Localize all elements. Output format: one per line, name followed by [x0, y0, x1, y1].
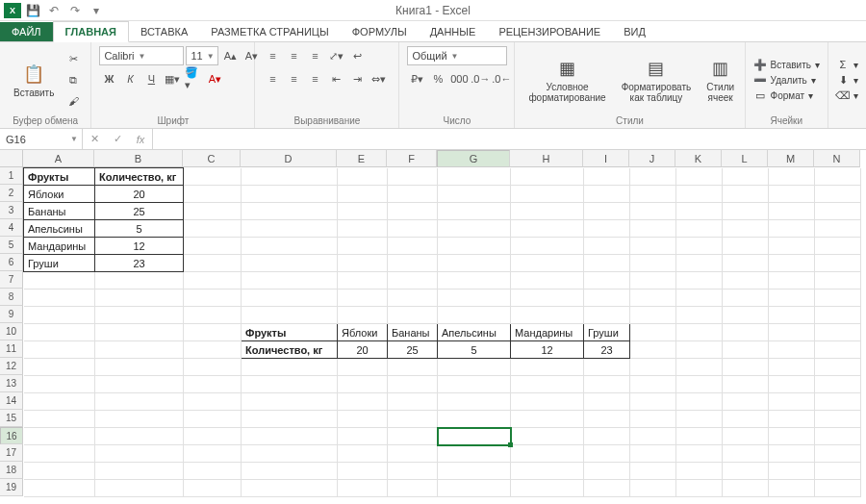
row-header-18[interactable]: 18 [0, 462, 23, 479]
column-header-C[interactable]: C [183, 150, 241, 167]
tab-formulas[interactable]: ФОРМУЛЫ [341, 22, 419, 41]
cell-G18[interactable] [438, 463, 511, 480]
cell-N16[interactable] [815, 428, 861, 445]
cell-J14[interactable] [630, 393, 676, 411]
cell-B7[interactable] [95, 272, 184, 290]
cell-B5[interactable]: 12 [95, 238, 184, 255]
cell-D4[interactable] [242, 220, 338, 238]
cell-L3[interactable] [723, 203, 769, 220]
cell-H12[interactable] [511, 359, 584, 376]
cell-G14[interactable] [438, 393, 511, 411]
cell-H16[interactable] [511, 428, 584, 445]
cell-I5[interactable] [584, 238, 630, 255]
cell-J1[interactable] [630, 168, 676, 186]
cell-B16[interactable] [95, 428, 184, 445]
wrap-text-button[interactable]: ↩ [347, 46, 367, 65]
cell-N11[interactable] [815, 341, 861, 359]
row-header-13[interactable]: 13 [0, 375, 23, 392]
cell-I19[interactable] [584, 480, 630, 497]
cell-B1[interactable]: Количество, кг [95, 168, 184, 186]
cell-A8[interactable] [24, 290, 95, 307]
clear-button[interactable]: ⌫▾ [836, 88, 858, 102]
cell-I6[interactable] [584, 255, 630, 272]
bold-button[interactable]: Ж [99, 69, 118, 88]
cell-M6[interactable] [769, 255, 815, 272]
cell-B13[interactable] [95, 376, 184, 393]
cell-D10[interactable]: Фрукты [242, 324, 338, 341]
row-header-14[interactable]: 14 [0, 392, 23, 410]
cell-J10[interactable] [630, 324, 676, 341]
cell-F4[interactable] [388, 220, 438, 238]
cell-N3[interactable] [815, 203, 861, 220]
cell-K17[interactable] [676, 445, 723, 463]
autosum-button[interactable]: Σ▾ [836, 58, 858, 71]
cell-F18[interactable] [388, 463, 438, 480]
cell-L4[interactable] [723, 220, 769, 238]
row-header-17[interactable]: 17 [0, 444, 23, 462]
cell-I10[interactable]: Груши [584, 324, 630, 341]
cell-E17[interactable] [338, 445, 388, 463]
cell-I7[interactable] [584, 272, 630, 290]
row-header-15[interactable]: 15 [0, 410, 23, 427]
number-format-select[interactable]: Общий▼ [407, 46, 507, 65]
cell-J18[interactable] [630, 463, 676, 480]
cell-I13[interactable] [584, 376, 630, 393]
decrease-decimal-button[interactable]: .0← [492, 69, 511, 88]
copy-button[interactable]: ⧉ [64, 70, 83, 89]
cell-K19[interactable] [676, 480, 723, 497]
cell-G6[interactable] [438, 255, 511, 272]
cell-H15[interactable] [511, 411, 584, 428]
cell-C7[interactable] [184, 272, 242, 290]
cell-D9[interactable] [242, 307, 338, 324]
cell-L17[interactable] [723, 445, 769, 463]
column-header-K[interactable]: K [675, 150, 722, 167]
cell-L10[interactable] [723, 324, 769, 341]
cell-C9[interactable] [184, 307, 242, 324]
align-center-button[interactable]: ≡ [284, 69, 303, 88]
cell-F7[interactable] [388, 272, 438, 290]
format-painter-button[interactable]: 🖌 [64, 91, 83, 111]
cell-J11[interactable] [630, 341, 676, 359]
cell-B9[interactable] [95, 307, 184, 324]
cell-D3[interactable] [242, 203, 338, 220]
cell-F6[interactable] [388, 255, 438, 272]
save-button[interactable]: 💾 [23, 2, 42, 19]
cell-E7[interactable] [338, 272, 388, 290]
cell-C6[interactable] [184, 255, 242, 272]
cell-C14[interactable] [184, 393, 242, 411]
format-cells-button[interactable]: ▭Формат ▾ [753, 88, 820, 102]
cell-M7[interactable] [769, 272, 815, 290]
cell-E11[interactable]: 20 [338, 341, 388, 359]
align-middle-button[interactable]: ≡ [284, 46, 303, 65]
cell-A10[interactable] [24, 324, 95, 341]
formula-input[interactable] [153, 129, 866, 149]
cell-J17[interactable] [630, 445, 676, 463]
cell-M1[interactable] [769, 168, 815, 186]
cell-C4[interactable] [184, 220, 242, 238]
cell-I17[interactable] [584, 445, 630, 463]
cell-J6[interactable] [630, 255, 676, 272]
cell-E1[interactable] [338, 168, 388, 186]
cell-K18[interactable] [676, 463, 723, 480]
cell-I14[interactable] [584, 393, 630, 411]
cell-E6[interactable] [338, 255, 388, 272]
cell-H18[interactable] [511, 463, 584, 480]
cell-D7[interactable] [242, 272, 338, 290]
cell-H8[interactable] [511, 290, 584, 307]
cell-H10[interactable]: Мандарины [511, 324, 584, 341]
column-header-A[interactable]: A [23, 150, 94, 167]
tab-page-layout[interactable]: РАЗМЕТКА СТРАНИЦЫ [199, 22, 340, 41]
percent-format-button[interactable]: % [428, 69, 447, 88]
cell-A12[interactable] [24, 359, 95, 376]
cell-H11[interactable]: 12 [511, 341, 584, 359]
cell-F8[interactable] [388, 290, 438, 307]
cell-B2[interactable]: 20 [95, 186, 184, 203]
cell-H1[interactable] [511, 168, 584, 186]
cell-I3[interactable] [584, 203, 630, 220]
cancel-formula-button[interactable]: ✕ [83, 130, 106, 149]
cell-G13[interactable] [438, 376, 511, 393]
cell-C13[interactable] [184, 376, 242, 393]
cell-I16[interactable] [584, 428, 630, 445]
cell-H3[interactable] [511, 203, 584, 220]
cell-K15[interactable] [676, 411, 723, 428]
